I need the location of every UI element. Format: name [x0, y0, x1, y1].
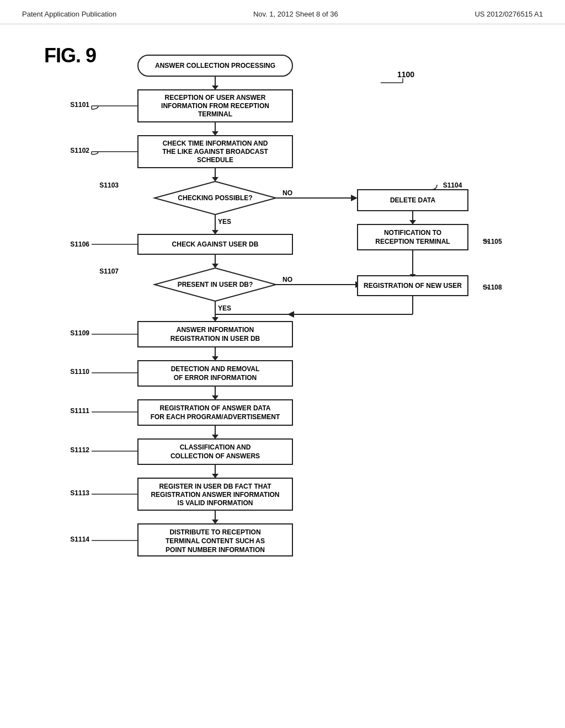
svg-text:PRESENT IN USER DB?: PRESENT IN USER DB?	[178, 281, 253, 288]
svg-text:S1109: S1109	[70, 329, 89, 337]
svg-text:CHECK AGAINST USER DB: CHECK AGAINST USER DB	[172, 240, 259, 248]
svg-text:FOR EACH PROGRAM/ADVERTISEMENT: FOR EACH PROGRAM/ADVERTISEMENT	[151, 413, 280, 421]
svg-marker-39	[409, 220, 416, 224]
svg-text:COLLECTION OF ANSWERS: COLLECTION OF ANSWERS	[170, 452, 260, 460]
svg-text:DISTRIBUTE TO RECEPTION: DISTRIBUTE TO RECEPTION	[169, 528, 260, 536]
svg-marker-86	[212, 435, 218, 439]
svg-text:S1102: S1102	[70, 147, 89, 154]
svg-text:REGISTRATION OF ANSWER DATA: REGISTRATION OF ANSWER DATA	[160, 404, 271, 412]
svg-text:DETECTION AND REMOVAL: DETECTION AND REMOVAL	[171, 365, 260, 373]
svg-marker-25	[212, 177, 218, 181]
svg-text:SCHEDULE: SCHEDULE	[197, 156, 233, 164]
svg-text:IS VALID  INFORMATION: IS VALID INFORMATION	[178, 499, 253, 507]
svg-text:ANSWER COLLECTION PROCESSING: ANSWER COLLECTION PROCESSING	[155, 62, 275, 69]
svg-text:YES: YES	[218, 304, 231, 312]
svg-text:S1106: S1106	[70, 240, 89, 248]
svg-text:S1112: S1112	[70, 446, 89, 454]
svg-text:NO: NO	[282, 189, 292, 197]
svg-text:TERMINAL: TERMINAL	[198, 110, 232, 118]
svg-marker-79	[212, 395, 218, 400]
svg-text:NOTIFICATION TO: NOTIFICATION TO	[384, 229, 441, 237]
svg-text:RECEPTION TERMINAL: RECEPTION TERMINAL	[375, 238, 450, 245]
svg-marker-93	[212, 474, 218, 478]
svg-text:1100: 1100	[397, 70, 414, 79]
svg-marker-34	[212, 230, 218, 234]
svg-text:OF ERROR INFORMATION: OF ERROR INFORMATION	[174, 374, 257, 382]
svg-text:CLASSIFICATION AND: CLASSIFICATION AND	[180, 443, 251, 451]
header-middle: Nov. 1, 2012 Sheet 8 of 36	[253, 10, 338, 18]
svg-text:S1111: S1111	[70, 407, 89, 415]
svg-text:RECEPTION OF USER ANSWER: RECEPTION OF USER ANSWER	[165, 94, 266, 101]
svg-rect-80	[138, 400, 292, 425]
svg-text:REGISTER IN USER DB FACT THAT: REGISTER IN USER DB FACT THAT	[159, 483, 271, 490]
svg-text:S1107: S1107	[99, 267, 119, 275]
svg-text:TERMINAL CONTENT SUCH AS: TERMINAL CONTENT SUCH AS	[166, 537, 265, 545]
svg-text:ANSWER INFORMATION: ANSWER INFORMATION	[177, 326, 254, 334]
svg-marker-6	[212, 85, 218, 90]
svg-marker-15	[212, 131, 218, 136]
svg-marker-31	[351, 195, 358, 201]
svg-rect-40	[358, 224, 468, 250]
svg-text:DELETE DATA: DELETE DATA	[390, 196, 436, 204]
svg-rect-66	[138, 322, 292, 347]
svg-text:S1101: S1101	[70, 101, 89, 109]
svg-rect-87	[138, 439, 292, 464]
svg-marker-101	[212, 520, 218, 524]
svg-text:YES: YES	[218, 218, 231, 226]
svg-text:S1105: S1105	[483, 238, 502, 245]
flowchart-svg: 1100 ANSWER COLLECTION PROCESSING RECEPT…	[44, 44, 519, 717]
header-right: US 2012/0276515 A1	[475, 10, 543, 18]
svg-text:S1114: S1114	[70, 536, 89, 543]
svg-text:REGISTRATION IN USER DB: REGISTRATION IN USER DB	[170, 335, 260, 342]
svg-text:S1103: S1103	[99, 181, 119, 189]
svg-text:CHECK TIME INFORMATION AND: CHECK TIME INFORMATION AND	[163, 140, 268, 147]
svg-text:INFORMATION FROM RECEPTION: INFORMATION FROM RECEPTION	[161, 102, 269, 110]
svg-text:S1110: S1110	[70, 368, 89, 376]
svg-text:S1104: S1104	[443, 181, 462, 189]
svg-marker-65	[212, 317, 218, 322]
svg-text:CHECKING POSSIBLE?: CHECKING POSSIBLE?	[178, 194, 252, 202]
svg-rect-73	[138, 361, 292, 386]
svg-text:REGISTRATION OF NEW USER: REGISTRATION OF NEW USER	[364, 282, 462, 290]
svg-marker-49	[212, 264, 218, 268]
svg-text:REGISTRATION ANSWER  INFORMATI: REGISTRATION ANSWER INFORMATION	[151, 491, 279, 499]
page-header: Patent Application Publication Nov. 1, 2…	[0, 0, 565, 24]
svg-text:S1113: S1113	[70, 489, 89, 497]
svg-marker-72	[212, 356, 218, 361]
svg-text:POINT NUMBER  INFORMATION: POINT NUMBER INFORMATION	[166, 546, 265, 554]
svg-text:THE LIKE AGAINST BROADCAST: THE LIKE AGAINST BROADCAST	[162, 148, 268, 156]
svg-text:NO: NO	[282, 276, 292, 283]
header-left: Patent Application Publication	[22, 10, 116, 18]
